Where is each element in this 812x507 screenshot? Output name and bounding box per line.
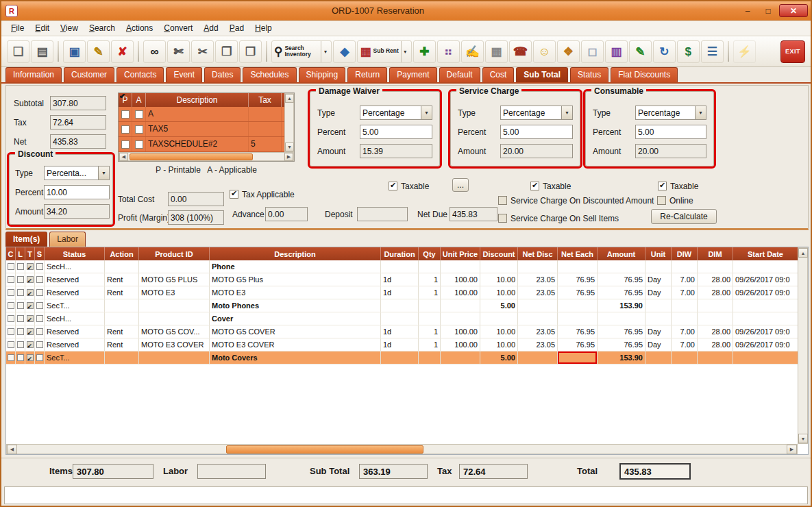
row-flag-l-checkbox[interactable] xyxy=(17,276,24,283)
fill-button[interactable]: ◆ xyxy=(333,40,356,63)
row-flag-t-checkbox[interactable] xyxy=(27,276,34,283)
menu-edit[interactable]: Edit xyxy=(29,21,55,35)
column-header-diw[interactable]: DIW xyxy=(672,247,698,260)
net-field[interactable] xyxy=(50,134,106,149)
column-header-amount[interactable]: Amount xyxy=(598,247,645,260)
discount-type-select[interactable]: Percenta... ▼ xyxy=(44,166,110,180)
consumable-type-select[interactable]: Percentage ▼ xyxy=(635,106,706,120)
notes-button[interactable]: ✍ xyxy=(461,40,484,63)
tax-table-row[interactable]: TAXSCHEDULE#25 xyxy=(119,137,294,152)
cut-button[interactable]: ✂ xyxy=(191,40,214,63)
table-row[interactable]: SecH...Phone xyxy=(6,260,798,273)
sub-rent-dropdown[interactable]: ▾ xyxy=(401,41,409,62)
row-flag-s-checkbox[interactable] xyxy=(36,328,43,335)
row-flag-s-checkbox[interactable] xyxy=(36,341,43,348)
row-flag-t-checkbox[interactable] xyxy=(27,328,34,335)
subtotal-field[interactable] xyxy=(50,96,106,110)
row-flag-l-checkbox[interactable] xyxy=(17,302,24,309)
search-inventory-button[interactable]: ⚲Search Inventory▾ xyxy=(271,40,332,63)
customer-button[interactable]: ☺ xyxy=(533,40,556,63)
net-due-field[interactable] xyxy=(450,207,497,221)
scroll-right-icon[interactable]: ▶ xyxy=(787,445,797,454)
column-header-action[interactable]: Action xyxy=(105,247,139,260)
service-charge-percent-field[interactable] xyxy=(500,125,573,139)
copy-button[interactable]: ❐ xyxy=(215,40,238,63)
tax-table-hscroll-thumb[interactable] xyxy=(130,153,253,160)
tax-a-checkbox[interactable] xyxy=(135,125,143,134)
menu-actions[interactable]: Actions xyxy=(121,21,158,35)
column-header-l[interactable]: L xyxy=(16,247,25,260)
column-header-dim[interactable]: DIM xyxy=(698,247,733,260)
tab-shipping[interactable]: Shipping xyxy=(299,67,346,82)
column-header-net_disc[interactable]: Net Disc xyxy=(518,247,558,260)
sub-rent-button[interactable]: ▦Sub Rent▾ xyxy=(357,40,411,63)
tab-payment[interactable]: Payment xyxy=(389,67,436,82)
tab-flat-discounts[interactable]: Flat Discounts xyxy=(611,67,678,82)
chevron-down-icon[interactable]: ▼ xyxy=(695,106,706,119)
column-header-qty[interactable]: Qty xyxy=(419,247,441,260)
row-flag-l-checkbox[interactable] xyxy=(17,263,24,270)
cut-row-button[interactable]: ✄ xyxy=(167,40,190,63)
close-button[interactable]: ✕ xyxy=(779,4,808,17)
row-flag-l-checkbox[interactable] xyxy=(17,315,24,322)
chevron-down-icon[interactable]: ▼ xyxy=(561,106,572,119)
groups-button[interactable]: ⠶ xyxy=(437,40,460,63)
search-inventory-dropdown[interactable]: ▾ xyxy=(321,41,329,62)
scroll-up-icon[interactable]: ▲ xyxy=(285,94,294,103)
damage-waiver-percent-field[interactable] xyxy=(360,125,432,139)
delete-button[interactable]: ✘ xyxy=(111,40,134,63)
table-row[interactable]: SecT...Moto Phones5.00153.90 xyxy=(6,299,798,312)
row-flag-s-checkbox[interactable] xyxy=(36,263,43,270)
maximize-button[interactable]: □ xyxy=(759,4,778,17)
summary-total-field[interactable] xyxy=(619,463,691,480)
add-button[interactable]: ✚ xyxy=(413,40,436,63)
tax-table-row[interactable]: TAX5 xyxy=(119,122,294,137)
service-charge-type-select[interactable]: Percentage ▼ xyxy=(500,106,573,120)
scroll-left-icon[interactable]: ◀ xyxy=(7,445,17,454)
service-charge-taxable-checkbox[interactable] xyxy=(530,182,539,190)
service-charge-amount-field[interactable] xyxy=(500,144,573,158)
package-button[interactable]: ❖ xyxy=(557,40,580,63)
plug-button[interactable]: ⚡ xyxy=(733,40,756,63)
table-row[interactable]: SecT...Moto Covers5.00153.90 xyxy=(6,351,798,364)
row-flag-t-checkbox[interactable] xyxy=(27,354,34,361)
row-flag-s-checkbox[interactable] xyxy=(36,354,43,361)
menu-add[interactable]: Add xyxy=(198,21,223,35)
tax-p-checkbox[interactable] xyxy=(121,125,130,134)
row-flag-c-checkbox[interactable] xyxy=(8,328,14,335)
scroll-right-icon[interactable]: ▶ xyxy=(284,153,293,161)
scroll-down-icon[interactable]: ▼ xyxy=(285,143,294,151)
column-header-net_each[interactable]: Net Each xyxy=(558,247,598,260)
minimize-button[interactable]: – xyxy=(738,4,757,17)
menu-help[interactable]: Help xyxy=(249,21,278,35)
damage-waiver-taxable-checkbox[interactable] xyxy=(389,182,397,190)
column-header-t[interactable]: T xyxy=(25,247,35,260)
column-header-discount[interactable]: Discount xyxy=(480,247,518,260)
tax-p-checkbox[interactable] xyxy=(121,110,130,119)
consumable-percent-field[interactable] xyxy=(635,125,706,139)
tax-column-header-description[interactable]: Description xyxy=(146,93,249,107)
tax-p-checkbox[interactable] xyxy=(121,140,130,149)
row-flag-t-checkbox[interactable] xyxy=(27,263,34,270)
row-flag-l-checkbox[interactable] xyxy=(17,341,24,348)
damage-waiver-amount-field[interactable] xyxy=(360,144,432,158)
tab-information[interactable]: Information xyxy=(5,67,62,82)
column-header-unit_price[interactable]: Unit Price xyxy=(441,247,480,260)
fax-button[interactable]: ☎ xyxy=(509,40,532,63)
save-button[interactable]: ▣ xyxy=(63,40,86,63)
service-charge-on-sell-checkbox[interactable] xyxy=(498,214,507,223)
consumable-taxable-checkbox[interactable] xyxy=(658,182,667,190)
deposit-field[interactable] xyxy=(357,207,408,221)
find-button[interactable]: ∞ xyxy=(143,40,166,63)
consumable-amount-field[interactable] xyxy=(635,144,706,158)
tab-item-s-[interactable]: Item(s) xyxy=(5,232,47,247)
online-checkbox[interactable] xyxy=(657,196,666,205)
menu-view[interactable]: View xyxy=(55,21,84,35)
scroll-left-icon[interactable]: ◀ xyxy=(119,153,128,161)
table-row[interactable]: ReservedRentMOTO E3 COVERMOTO E3 COVER1d… xyxy=(6,338,798,351)
row-flag-t-checkbox[interactable] xyxy=(27,302,34,309)
summary-labor-field[interactable] xyxy=(197,464,266,479)
database-button[interactable]: ☰ xyxy=(701,40,724,63)
column-header-product_id[interactable]: Product ID xyxy=(139,247,210,260)
chevron-down-icon[interactable]: ▼ xyxy=(421,106,432,119)
